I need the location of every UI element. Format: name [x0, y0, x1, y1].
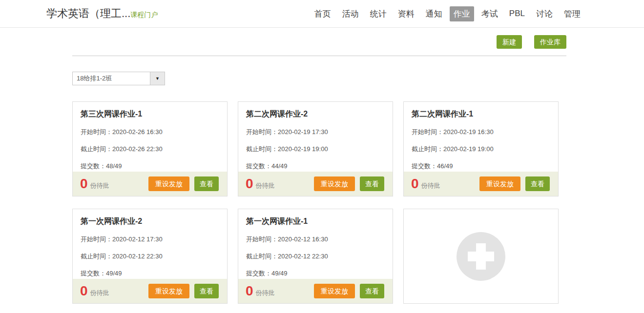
submission-value: 49/49	[106, 270, 122, 277]
start-time-label: 开始时间：	[81, 128, 112, 136]
main-content: 新建 作业库 18给排1-2班 ▼ 第三次网课作业-1 开始时间：2020-02…	[72, 35, 566, 304]
start-time-row: 开始时间：2020-02-12 16:30	[246, 235, 385, 244]
pending-count: 0	[411, 177, 419, 191]
nav-item-materials[interactable]: 资料	[394, 6, 418, 21]
end-time-row: 截止时间：2020-02-19 19:00	[412, 145, 550, 154]
assignment-library-button[interactable]: 作业库	[534, 35, 566, 49]
assignment-title[interactable]: 第一次网课作业-1	[246, 216, 385, 227]
assignment-title[interactable]: 第三次网课作业-1	[81, 109, 219, 119]
view-button[interactable]: 查看	[360, 176, 384, 191]
card-footer: 0 份待批 重设发放 查看	[73, 172, 227, 196]
main-nav: 首页 活动 统计 资料 通知 作业 考试 PBL 讨论 管理	[311, 6, 584, 21]
end-time-value: 2020-02-19 19:00	[278, 145, 328, 153]
end-time-row: 截止时间：2020-02-12 22:30	[246, 252, 385, 261]
reset-distribute-button[interactable]: 重设发放	[314, 176, 355, 191]
header: 学术英语（理工... 课程门户 首页 活动 统计 资料 通知 作业 考试 PBL…	[0, 0, 644, 28]
nav-item-statistics[interactable]: 统计	[366, 6, 391, 21]
nav-item-activities[interactable]: 活动	[338, 6, 363, 21]
pending-count: 0	[246, 177, 253, 191]
nav-item-exams[interactable]: 考试	[478, 6, 502, 21]
toolbar-divider	[72, 56, 566, 56]
submission-row: 提交数：49/49	[81, 269, 219, 278]
start-time-row: 开始时间：2020-02-19 17:30	[246, 128, 385, 137]
pending-label: 份待批	[256, 289, 275, 297]
card-footer: 0 份待批 重设发放 查看	[238, 172, 393, 196]
start-time-value: 2020-02-19 17:30	[278, 128, 328, 136]
nav-item-manage[interactable]: 管理	[560, 6, 584, 21]
end-time-label: 截止时间：	[246, 253, 278, 260]
submission-value: 44/49	[271, 162, 288, 170]
start-time-value: 2020-02-26 16:30	[112, 128, 163, 136]
pending-label: 份待批	[421, 181, 440, 190]
reset-distribute-button[interactable]: 重设发放	[314, 284, 355, 298]
pending-count: 0	[80, 284, 88, 298]
start-time-value: 2020-02-12 17:30	[112, 235, 163, 243]
start-time-value: 2020-02-19 16:30	[443, 128, 494, 136]
submission-row: 提交数：44/49	[246, 162, 385, 171]
view-button[interactable]: 查看	[194, 284, 219, 298]
end-time-row: 截止时间：2020-02-26 22:30	[81, 145, 219, 154]
pending-label: 份待批	[256, 181, 275, 190]
assignment-title[interactable]: 第二次网课作业-2	[246, 109, 385, 119]
page-title: 学术英语（理工...	[46, 6, 130, 21]
pending-label: 份待批	[90, 289, 109, 297]
start-time-row: 开始时间：2020-02-26 16:30	[81, 128, 219, 137]
reset-distribute-button[interactable]: 重设发放	[479, 176, 520, 191]
chevron-down-icon[interactable]: ▼	[150, 72, 165, 85]
class-select[interactable]: 18给排1-2班 ▼	[72, 72, 165, 85]
plus-icon	[457, 232, 505, 281]
pending-count: 0	[246, 284, 253, 298]
end-time-label: 截止时间：	[412, 145, 443, 153]
nav-item-pbl[interactable]: PBL	[505, 7, 529, 20]
end-time-value: 2020-02-12 22:30	[278, 253, 328, 260]
class-select-value: 18给排1-2班	[73, 72, 150, 85]
toolbar: 新建 作业库	[72, 35, 566, 49]
assignment-card-grid: 第三次网课作业-1 开始时间：2020-02-26 16:30 截止时间：202…	[72, 101, 566, 304]
submission-label: 提交数：	[246, 162, 271, 170]
end-time-label: 截止时间：	[246, 145, 278, 153]
pending-label: 份待批	[90, 181, 109, 190]
start-time-label: 开始时间：	[81, 235, 112, 243]
add-assignment-card[interactable]	[403, 209, 559, 304]
assignment-card: 第一次网课作业-1 开始时间：2020-02-12 16:30 截止时间：202…	[238, 209, 393, 304]
submission-row: 提交数：46/49	[412, 162, 550, 171]
start-time-label: 开始时间：	[246, 235, 278, 243]
end-time-label: 截止时间：	[81, 145, 112, 153]
end-time-value: 2020-02-19 19:00	[443, 145, 494, 153]
view-button[interactable]: 查看	[194, 176, 219, 191]
submission-label: 提交数：	[81, 270, 106, 277]
submission-row: 提交数：49/49	[246, 269, 385, 278]
submission-value: 48/49	[106, 162, 122, 170]
nav-item-notices[interactable]: 通知	[422, 6, 446, 21]
course-portal-link[interactable]: 课程门户	[130, 11, 158, 20]
start-time-label: 开始时间：	[246, 128, 278, 136]
view-button[interactable]: 查看	[525, 176, 550, 191]
view-button[interactable]: 查看	[360, 284, 384, 298]
end-time-row: 截止时间：2020-02-12 22:30	[81, 252, 219, 261]
card-footer: 0 份待批 重设发放 查看	[73, 279, 227, 303]
submission-value: 46/49	[437, 162, 453, 170]
card-footer: 0 份待批 重设发放 查看	[238, 279, 393, 303]
assignment-title[interactable]: 第二次网课作业-1	[412, 109, 550, 119]
assignment-card: 第二次网课作业-1 开始时间：2020-02-19 16:30 截止时间：202…	[403, 101, 559, 196]
assignment-card: 第一次网课作业-2 开始时间：2020-02-12 17:30 截止时间：202…	[72, 209, 228, 304]
start-time-value: 2020-02-12 16:30	[278, 235, 328, 243]
end-time-value: 2020-02-26 22:30	[112, 145, 163, 153]
filter-row: 18给排1-2班 ▼	[72, 72, 566, 85]
submission-value: 49/49	[271, 270, 288, 277]
nav-item-discussion[interactable]: 讨论	[532, 6, 557, 21]
end-time-label: 截止时间：	[81, 253, 112, 260]
submission-row: 提交数：48/49	[81, 162, 219, 171]
reset-distribute-button[interactable]: 重设发放	[148, 176, 189, 191]
submission-label: 提交数：	[246, 270, 271, 277]
end-time-value: 2020-02-12 22:30	[112, 253, 163, 260]
brand: 学术英语（理工... 课程门户	[46, 6, 158, 21]
new-assignment-button[interactable]: 新建	[497, 35, 522, 49]
start-time-row: 开始时间：2020-02-12 17:30	[81, 235, 219, 244]
nav-item-homework[interactable]: 作业	[450, 6, 474, 21]
submission-label: 提交数：	[81, 162, 106, 170]
assignment-title[interactable]: 第一次网课作业-2	[81, 216, 219, 227]
card-footer: 0 份待批 重设发放 查看	[404, 172, 558, 196]
reset-distribute-button[interactable]: 重设发放	[148, 284, 189, 298]
nav-item-home[interactable]: 首页	[311, 6, 335, 21]
